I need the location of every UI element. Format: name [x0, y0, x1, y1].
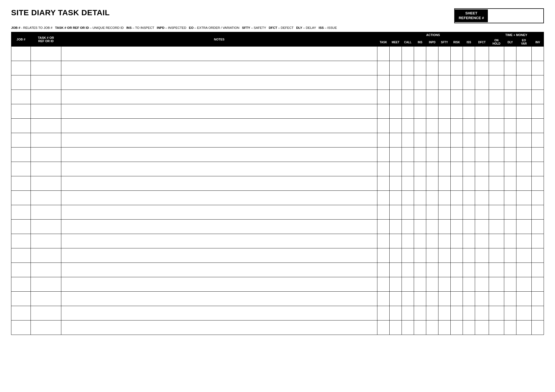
table-cell[interactable] [463, 277, 475, 292]
table-cell[interactable] [61, 104, 377, 119]
table-cell[interactable] [489, 90, 504, 104]
table-cell[interactable] [11, 162, 31, 176]
table-cell[interactable] [532, 234, 544, 248]
table-cell[interactable] [414, 205, 426, 220]
table-cell[interactable] [61, 147, 377, 162]
table-cell[interactable] [451, 292, 463, 306]
table-cell[interactable] [463, 176, 475, 191]
table-cell[interactable] [414, 75, 426, 90]
table-cell[interactable] [61, 234, 377, 248]
table-cell[interactable] [451, 248, 463, 263]
table-cell[interactable] [463, 75, 475, 90]
table-cell[interactable] [390, 292, 402, 306]
table-cell[interactable] [426, 191, 438, 205]
table-cell[interactable] [516, 75, 532, 90]
table-cell[interactable] [475, 306, 489, 320]
table-cell[interactable] [489, 119, 504, 133]
table-cell[interactable] [438, 277, 451, 292]
table-cell[interactable] [438, 320, 451, 335]
table-cell[interactable] [377, 263, 390, 277]
table-cell[interactable] [516, 248, 532, 263]
table-cell[interactable] [504, 277, 516, 292]
table-cell[interactable] [516, 90, 532, 104]
table-cell[interactable] [414, 119, 426, 133]
table-cell[interactable] [532, 119, 544, 133]
table-cell[interactable] [463, 306, 475, 320]
table-cell[interactable] [377, 191, 390, 205]
table-cell[interactable] [11, 205, 31, 220]
table-cell[interactable] [377, 248, 390, 263]
table-cell[interactable] [390, 176, 402, 191]
table-cell[interactable] [390, 75, 402, 90]
table-cell[interactable] [31, 248, 61, 263]
table-cell[interactable] [414, 47, 426, 61]
table-cell[interactable] [516, 133, 532, 147]
table-cell[interactable] [377, 176, 390, 191]
table-cell[interactable] [463, 263, 475, 277]
table-cell[interactable] [61, 220, 377, 234]
table-cell[interactable] [532, 263, 544, 277]
table-cell[interactable] [390, 277, 402, 292]
table-cell[interactable] [516, 205, 532, 220]
table-cell[interactable] [402, 248, 414, 263]
table-cell[interactable] [61, 133, 377, 147]
table-cell[interactable] [31, 176, 61, 191]
table-cell[interactable] [463, 234, 475, 248]
table-cell[interactable] [504, 162, 516, 176]
table-cell[interactable] [402, 75, 414, 90]
table-cell[interactable] [402, 162, 414, 176]
table-cell[interactable] [438, 191, 451, 205]
table-cell[interactable] [426, 263, 438, 277]
table-cell[interactable] [377, 205, 390, 220]
table-cell[interactable] [390, 191, 402, 205]
table-cell[interactable] [504, 306, 516, 320]
table-cell[interactable] [11, 47, 31, 61]
table-cell[interactable] [414, 292, 426, 306]
table-cell[interactable] [532, 191, 544, 205]
table-cell[interactable] [11, 292, 31, 306]
table-cell[interactable] [414, 220, 426, 234]
table-cell[interactable] [504, 75, 516, 90]
table-cell[interactable] [504, 320, 516, 335]
table-cell[interactable] [504, 191, 516, 205]
table-cell[interactable] [414, 133, 426, 147]
table-cell[interactable] [489, 191, 504, 205]
table-cell[interactable] [61, 162, 377, 176]
table-cell[interactable] [426, 104, 438, 119]
table-cell[interactable] [451, 147, 463, 162]
table-cell[interactable] [31, 119, 61, 133]
table-cell[interactable] [463, 133, 475, 147]
table-cell[interactable] [532, 147, 544, 162]
table-cell[interactable] [463, 104, 475, 119]
table-cell[interactable] [426, 176, 438, 191]
table-cell[interactable] [377, 61, 390, 75]
table-cell[interactable] [451, 205, 463, 220]
table-cell[interactable] [426, 119, 438, 133]
table-cell[interactable] [475, 162, 489, 176]
table-cell[interactable] [516, 119, 532, 133]
table-cell[interactable] [31, 277, 61, 292]
table-cell[interactable] [31, 147, 61, 162]
table-cell[interactable] [451, 133, 463, 147]
table-cell[interactable] [532, 220, 544, 234]
table-cell[interactable] [390, 90, 402, 104]
table-cell[interactable] [402, 320, 414, 335]
table-cell[interactable] [31, 220, 61, 234]
table-cell[interactable] [61, 205, 377, 220]
table-cell[interactable] [516, 162, 532, 176]
table-cell[interactable] [438, 119, 451, 133]
table-cell[interactable] [504, 104, 516, 119]
table-cell[interactable] [426, 47, 438, 61]
table-cell[interactable] [11, 234, 31, 248]
table-cell[interactable] [475, 75, 489, 90]
table-cell[interactable] [532, 320, 544, 335]
table-cell[interactable] [402, 277, 414, 292]
table-cell[interactable] [463, 162, 475, 176]
table-cell[interactable] [31, 306, 61, 320]
table-cell[interactable] [438, 133, 451, 147]
table-cell[interactable] [475, 90, 489, 104]
table-cell[interactable] [61, 306, 377, 320]
table-cell[interactable] [402, 133, 414, 147]
table-cell[interactable] [414, 234, 426, 248]
table-cell[interactable] [489, 162, 504, 176]
